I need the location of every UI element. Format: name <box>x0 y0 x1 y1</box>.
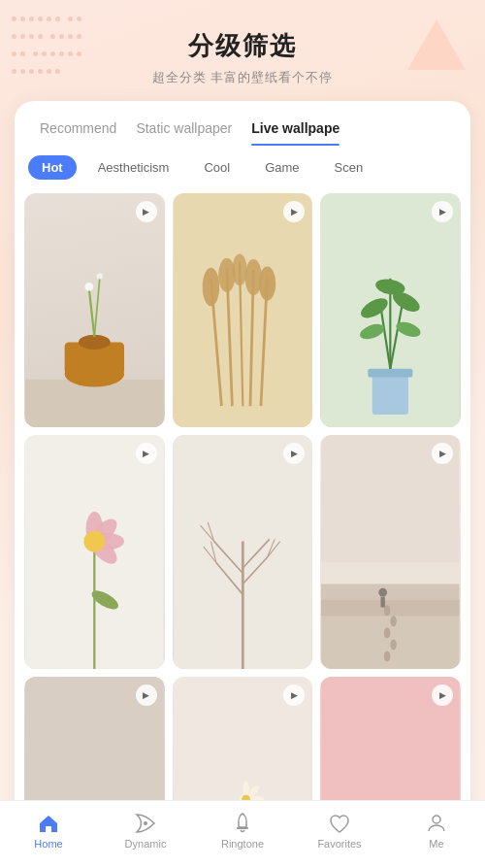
nav-ringtone-label: Ringtone <box>221 838 264 850</box>
svg-point-3 <box>79 335 111 350</box>
wp2-scene <box>173 193 313 427</box>
svg-rect-21 <box>369 369 413 378</box>
chip-scene[interactable]: Scen <box>321 155 377 180</box>
nav-favorites-label: Favorites <box>317 838 361 850</box>
wallpaper-bg-1 <box>24 193 165 427</box>
wp1-scene <box>24 193 165 427</box>
svg-point-16 <box>232 253 246 285</box>
nav-ringtone[interactable]: Ringtone <box>218 812 267 850</box>
nav-favorites[interactable]: Favorites <box>315 812 364 850</box>
play-button-6[interactable]: ▶ <box>432 443 453 464</box>
tab-recommend[interactable]: Recommend <box>30 117 126 146</box>
svg-point-89 <box>433 816 440 823</box>
wallpaper-bg-6 <box>320 435 461 669</box>
wallpaper-item-3[interactable]: ▶ <box>320 193 461 427</box>
play-button-7[interactable]: ▶ <box>136 684 157 706</box>
nav-me-label: Me <box>429 838 443 850</box>
wallpaper-grid: ▶ <box>15 189 470 868</box>
svg-point-59 <box>379 588 388 597</box>
chip-cool[interactable]: Cool <box>190 155 243 180</box>
nav-dynamic-label: Dynamic <box>125 838 167 850</box>
bell-icon <box>231 812 254 835</box>
svg-point-87 <box>144 821 147 825</box>
chip-hot[interactable]: Hot <box>28 155 77 180</box>
nav-home-label: Home <box>34 838 62 850</box>
deco-triangle-top-right <box>407 19 466 70</box>
wp6-scene <box>320 435 461 669</box>
svg-point-37 <box>83 531 105 552</box>
svg-point-14 <box>202 268 219 306</box>
wallpaper-bg-4 <box>24 435 165 669</box>
play-button-4[interactable]: ▶ <box>136 443 157 464</box>
nav-me[interactable]: Me <box>412 812 461 850</box>
wp5-scene <box>173 435 313 669</box>
svg-rect-60 <box>381 597 385 608</box>
svg-point-6 <box>84 283 93 291</box>
chips-container: Hot Aestheticism Cool Game Scen <box>15 146 470 189</box>
svg-line-4 <box>89 289 94 337</box>
svg-point-56 <box>384 627 391 638</box>
heart-icon <box>328 812 351 835</box>
main-card: Recommend Static wallpaper Live wallpape… <box>15 101 470 868</box>
tabs-container: Recommend Static wallpaper Live wallpape <box>15 101 470 146</box>
nav-home[interactable]: Home <box>24 812 73 850</box>
wallpaper-item-5[interactable]: ▶ <box>173 435 313 669</box>
svg-rect-53 <box>321 584 459 617</box>
bottom-nav: Home Dynamic Ringtone Favorites <box>0 800 485 868</box>
home-icon <box>37 812 60 835</box>
play-button-1[interactable]: ▶ <box>136 201 157 222</box>
wallpaper-item-1[interactable]: ▶ <box>24 193 165 427</box>
svg-line-5 <box>94 279 99 337</box>
tab-live-wallpaper[interactable]: Live wallpape <box>242 117 349 146</box>
play-button-3[interactable]: ▶ <box>432 201 453 222</box>
svg-point-58 <box>384 651 391 662</box>
deco-dots-top-left <box>10 10 87 87</box>
svg-rect-20 <box>372 372 408 415</box>
chip-aestheticism[interactable]: Aestheticism <box>84 155 183 180</box>
wallpaper-item-6[interactable]: ▶ <box>320 435 461 669</box>
svg-point-7 <box>97 273 104 280</box>
wallpaper-bg-3 <box>320 193 461 427</box>
wallpaper-bg-5 <box>173 435 313 669</box>
dynamic-icon <box>134 812 157 835</box>
svg-point-18 <box>258 267 275 301</box>
wallpaper-item-2[interactable]: ▶ <box>173 193 313 427</box>
nav-dynamic[interactable]: Dynamic <box>121 812 170 850</box>
wp4-scene <box>24 435 165 669</box>
wallpaper-item-4[interactable]: ▶ <box>24 435 165 669</box>
tab-static-wallpaper[interactable]: Static wallpaper <box>126 117 242 146</box>
svg-rect-88 <box>237 827 248 829</box>
svg-point-55 <box>391 616 398 626</box>
wallpaper-bg-2 <box>173 193 313 427</box>
svg-point-57 <box>391 640 398 651</box>
wp3-scene <box>320 193 461 427</box>
me-icon <box>425 812 448 835</box>
chip-game[interactable]: Game <box>251 155 312 180</box>
